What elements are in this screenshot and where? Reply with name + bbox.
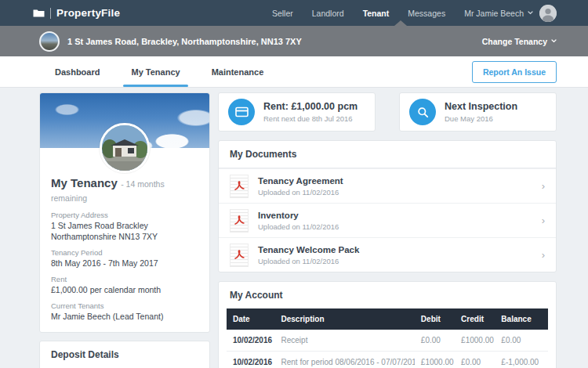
detail-value: Mr Jamie Beech (Lead Tenant) xyxy=(51,311,198,322)
account-table: Date Description Debit Credit Balance 10… xyxy=(227,308,548,368)
user-menu[interactable]: Mr Jamie Beech xyxy=(464,9,533,18)
pdf-icon xyxy=(230,244,249,267)
property-thumbnail xyxy=(39,31,60,52)
tenancy-summary-card: My Tenancy - 14 months remaining Propert… xyxy=(39,92,210,333)
brand-name: PropertyFile xyxy=(56,7,120,19)
cell-date: 10/02/2016 xyxy=(227,352,275,368)
brand-divider xyxy=(50,8,51,19)
detail-value: 8th May 2016 - 7th May 2017 xyxy=(51,258,198,269)
main-content: My Tenancy - 14 months remaining Propert… xyxy=(0,88,588,368)
top-navbar: PropertyFile Seller Landlord Tenant Mess… xyxy=(0,0,588,26)
sky-banner-image xyxy=(40,93,209,148)
document-uploaded: Uploaded on 11/02/2016 xyxy=(258,188,343,197)
column-header-debit: Debit xyxy=(415,308,455,330)
deposit-card-title: Deposit Details xyxy=(40,341,209,368)
cell-description: Receipt xyxy=(275,330,415,352)
cell-balance: £-1,000.00 xyxy=(495,352,548,368)
tenancy-title: My Tenancy xyxy=(51,176,118,189)
detail-property-address: Property Address 1 St James Road Brackle… xyxy=(51,211,198,242)
summary-row: Rent: £1,000.00 pcm Rent next due 8th Ju… xyxy=(218,92,557,132)
column-header-balance: Balance xyxy=(495,308,548,330)
tab-maintenance[interactable]: Maintenance xyxy=(212,56,264,87)
rent-summary-card[interactable]: Rent: £1,000.00 pcm Rent next due 8th Ju… xyxy=(218,92,376,132)
pdf-icon xyxy=(230,175,249,198)
detail-label: Tenancy Period xyxy=(51,248,198,258)
cell-debit: £0.00 xyxy=(415,330,455,352)
table-row: 10/02/2016 Rent for period 08/06/2016 - … xyxy=(227,352,548,368)
deposit-details-card: Deposit Details Deposit Amount £1000.00 xyxy=(39,341,210,368)
detail-value: 1 St James Road Brackley Northamptonshir… xyxy=(51,220,198,242)
folder-icon xyxy=(33,9,45,17)
tab-dashboard[interactable]: Dashboard xyxy=(55,56,100,87)
change-tenancy-button[interactable]: Change Tenancy xyxy=(482,37,557,46)
nav-item-messages[interactable]: Messages xyxy=(408,9,445,18)
chevron-right-icon: › xyxy=(542,181,545,191)
chevron-right-icon: › xyxy=(542,250,545,260)
brand[interactable]: PropertyFile xyxy=(33,7,120,19)
nav-item-tenant[interactable]: Tenant xyxy=(363,9,390,18)
inspection-title: Next Inspection xyxy=(445,101,517,113)
report-an-issue-button[interactable]: Report An Issue xyxy=(472,61,557,83)
cell-credit: £1000.00 xyxy=(455,330,495,352)
avatar[interactable] xyxy=(539,5,557,22)
cell-description: Rent for period 08/06/2016 - 07/07/2016 xyxy=(275,352,415,368)
inspection-subtitle: Due May 2016 xyxy=(445,114,517,123)
my-documents-card: My Documents Tenancy Agreement Uploaded … xyxy=(218,140,557,272)
column-header-credit: Credit xyxy=(455,308,495,330)
tenancy-body: My Tenancy - 14 months remaining Propert… xyxy=(40,148,209,332)
nav-item-landlord[interactable]: Landlord xyxy=(312,9,344,18)
property-bar: 1 St James Road, Brackley, Northamptonsh… xyxy=(0,26,588,56)
document-name: Tenancy Agreement xyxy=(258,175,343,186)
right-column: Rent: £1,000.00 pcm Rent next due 8th Ju… xyxy=(218,92,557,368)
detail-label: Rent xyxy=(51,275,198,284)
document-row-inventory[interactable]: Inventory Uploaded on 11/02/2016 › xyxy=(219,203,556,237)
chevron-down-icon xyxy=(528,11,533,15)
rent-summary-subtitle: Rent next due 8th Jul 2016 xyxy=(263,114,358,123)
property-address: 1 St James Road, Brackley, Northamptonsh… xyxy=(67,37,302,46)
column-header-date: Date xyxy=(227,308,275,330)
inspection-summary-card[interactable]: Next Inspection Due May 2016 xyxy=(399,92,557,132)
account-card-title: My Account xyxy=(219,282,556,308)
my-account-card: My Account Date Description Debit Credit… xyxy=(218,281,557,368)
cell-date: 10/02/2016 xyxy=(227,330,275,352)
documents-card-title: My Documents xyxy=(219,141,556,168)
property-photo xyxy=(100,123,150,173)
document-row-welcome-pack[interactable]: Tenancy Welcome Pack Uploaded on 11/02/2… xyxy=(219,237,556,272)
detail-value: £1,000.00 per calendar month xyxy=(51,284,198,295)
document-name: Tenancy Welcome Pack xyxy=(258,244,359,255)
cell-credit: £0.00 xyxy=(455,352,495,368)
cell-balance: £0.00 xyxy=(495,330,548,352)
detail-rent: Rent £1,000.00 per calendar month xyxy=(51,275,198,295)
credit-card-icon xyxy=(228,99,255,125)
detail-tenancy-period: Tenancy Period 8th May 2016 - 7th May 20… xyxy=(51,248,198,269)
left-column: My Tenancy - 14 months remaining Propert… xyxy=(39,92,210,368)
rent-summary-title: Rent: £1,000.00 pcm xyxy=(263,101,358,113)
tab-my-tenancy[interactable]: My Tenancy xyxy=(131,56,180,87)
document-name: Inventory xyxy=(258,210,339,221)
nav-item-seller[interactable]: Seller xyxy=(272,9,293,18)
detail-current-tenants: Current Tenants Mr Jamie Beech (Lead Ten… xyxy=(51,301,198,322)
user-name: Mr Jamie Beech xyxy=(464,9,524,18)
detail-label: Current Tenants xyxy=(51,301,198,311)
tab-bar: Dashboard My Tenancy Maintenance Report … xyxy=(0,56,588,88)
chevron-right-icon: › xyxy=(542,215,545,225)
table-row: 10/02/2016 Receipt £0.00 £1000.00 £0.00 xyxy=(227,330,548,352)
search-icon xyxy=(409,99,436,125)
document-uploaded: Uploaded on 11/02/2016 xyxy=(258,257,359,265)
detail-label: Property Address xyxy=(51,211,198,220)
column-header-description: Description xyxy=(275,308,415,330)
document-row-tenancy-agreement[interactable]: Tenancy Agreement Uploaded on 11/02/2016… xyxy=(219,168,556,203)
active-section-caret xyxy=(394,20,407,26)
document-uploaded: Uploaded on 11/02/2016 xyxy=(258,222,339,231)
pdf-icon xyxy=(230,209,249,233)
chevron-down-icon xyxy=(551,39,557,43)
change-tenancy-label: Change Tenancy xyxy=(482,37,547,46)
cell-debit: £1000.00 xyxy=(415,352,455,368)
